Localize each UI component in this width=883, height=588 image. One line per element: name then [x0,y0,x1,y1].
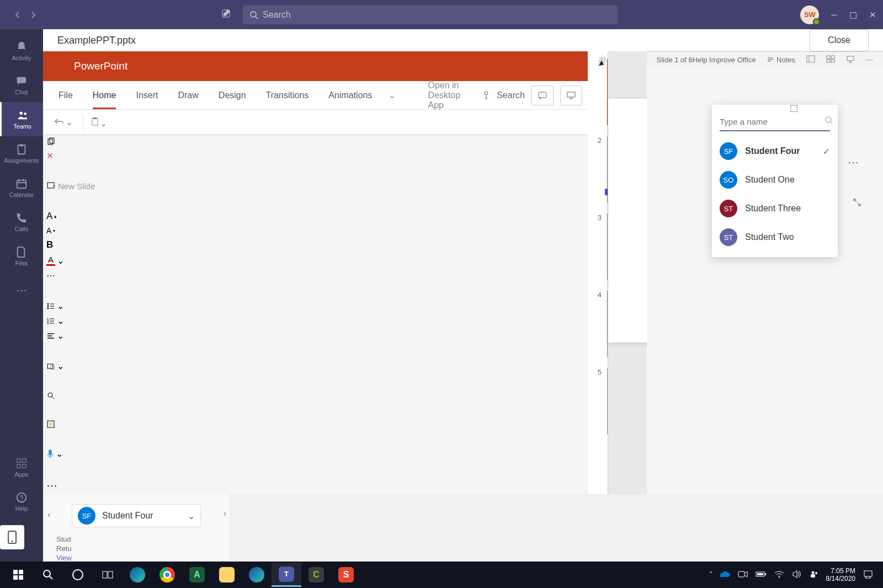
cut-button[interactable]: ✕ [43,148,588,163]
user-avatar[interactable]: SW [800,6,819,24]
rail-calendar[interactable]: Calendar [0,170,43,205]
dropdown-item-student-two[interactable]: ST Student Two [712,223,838,252]
taskbar-teams[interactable]: T [272,563,301,587]
font-increase-button[interactable]: A▴ [43,209,588,224]
copy-button[interactable] [43,135,588,148]
minimize-button[interactable]: ─ [831,10,837,19]
start-button[interactable] [3,563,33,587]
taskbar-chrome[interactable] [152,563,182,587]
svg-point-24 [47,303,49,304]
font-decrease-button[interactable]: A▾ [43,224,588,237]
zoom-icon[interactable]: ⋯ [866,56,873,64]
tell-me-search[interactable]: Search [482,90,525,100]
cortana-button[interactable] [63,563,93,587]
student-avatar: SF [78,507,95,525]
rail-calls[interactable]: Calls [0,205,43,239]
bullets-button[interactable]: ⌄ [43,298,588,313]
svg-rect-20 [93,117,97,119]
open-desktop-link[interactable]: Open in Desktop App [428,81,460,110]
undo-button[interactable]: ⌄ [51,115,76,130]
new-slide-button[interactable]: New Slide [43,179,588,193]
comments-button[interactable] [531,85,554,105]
shapes-button[interactable]: ⌄ [43,359,588,373]
rail-help[interactable]: ?Help [0,484,43,518]
numbering-button[interactable]: 123⌄ [43,313,588,328]
view-history-link[interactable]: View [56,554,216,562]
rail-activity[interactable]: Activity [0,34,43,68]
reading-view-icon[interactable] [846,55,855,65]
normal-view-icon[interactable] [806,55,815,65]
taskbar-app-a[interactable]: A [182,563,212,587]
thumbnail-scrollbar[interactable]: ▴ [599,57,606,63]
nav-forward[interactable] [28,9,39,20]
dropdown-item-student-three[interactable]: ST Student Three [712,194,838,223]
tray-notifications-icon[interactable] [863,570,873,580]
rail-apps[interactable]: Apps [0,450,43,484]
taskbar-edge2[interactable] [242,563,272,587]
maximize-button[interactable]: ▢ [849,10,857,20]
sorter-view-icon[interactable] [826,55,835,65]
rail-chat[interactable]: Chat [0,68,43,102]
svg-rect-11 [23,464,26,467]
svg-rect-53 [757,573,763,575]
rail-assignments[interactable]: Assignments [0,136,43,170]
find-button[interactable] [43,389,588,402]
attachment-more-icon[interactable]: ⋯ [848,156,860,169]
svg-point-47 [73,570,83,580]
rail-mobile-icon[interactable] [0,525,24,549]
svg-rect-37 [831,56,834,58]
help-improve-link[interactable]: Help Improve Office [693,56,756,64]
tab-transitions[interactable]: Transitions [256,81,319,109]
nav-back[interactable] [12,9,23,20]
tab-design[interactable]: Design [209,81,256,109]
tray-wifi-icon[interactable] [774,570,784,580]
tab-file[interactable]: File [49,81,83,109]
slide-counter: Slide 1 of 6 [657,56,693,64]
taskbar-search[interactable] [33,563,63,587]
close-button[interactable]: Close [810,29,869,51]
taskbar-camtasia[interactable]: C [301,563,331,587]
tray-meet-now-icon[interactable] [738,570,748,580]
font-color-button[interactable]: A⌄ [43,253,588,268]
svg-point-1 [251,12,256,17]
tray-teams-icon[interactable] [810,570,818,580]
student-selector[interactable]: SF Student Four ⌄ [72,504,201,527]
more-ribbon-button[interactable]: ⋯ [43,477,588,494]
search-input[interactable]: Search [243,6,618,24]
more-font-button[interactable]: ⋯ [43,268,588,283]
tabs-more-icon[interactable]: ⌄ [382,90,402,100]
compose-icon[interactable] [221,8,232,22]
designer-button[interactable] [43,418,588,431]
svg-point-41 [826,117,831,122]
taskbar-clock[interactable]: 7:05 PM 8/14/2020 [826,567,855,583]
paste-button[interactable]: ⌄ [90,116,107,129]
slide-canvas[interactable]: Country By: [608,99,647,343]
tab-home[interactable]: Home [83,81,126,109]
notes-toggle[interactable]: Notes [767,56,795,64]
rubric-expand-icon[interactable] [852,197,862,210]
present-button[interactable] [560,85,582,105]
taskbar-snagit[interactable]: S [331,563,361,587]
tray-onedrive-icon[interactable] [720,571,730,579]
tab-insert[interactable]: Insert [126,81,168,109]
next-student-arrow[interactable]: › [224,509,226,518]
dictate-button[interactable]: ⌄ [43,446,588,461]
dropdown-item-student-four[interactable]: SF Student Four ✓ [712,137,838,165]
tray-expand-icon[interactable]: ˄ [709,571,712,579]
align-button[interactable]: ⌄ [43,328,588,343]
rail-teams[interactable]: Teams [0,102,43,136]
tray-volume-icon[interactable] [792,570,802,580]
dropdown-item-student-one[interactable]: SO Student One [712,165,838,194]
tray-battery-icon[interactable] [756,571,767,579]
tab-draw[interactable]: Draw [168,81,208,109]
tab-animations[interactable]: Animations [318,81,382,109]
prev-student-arrow[interactable]: ‹ [47,510,50,520]
dropdown-search-input[interactable] [720,117,825,126]
bold-button[interactable]: B [43,237,588,253]
close-window-button[interactable]: ✕ [869,10,876,20]
task-view-button[interactable] [93,563,123,587]
rail-files[interactable]: Files [0,239,43,273]
taskbar-explorer[interactable] [212,563,242,587]
rail-more[interactable]: ⋯ [0,273,43,307]
taskbar-edge[interactable] [123,563,152,587]
